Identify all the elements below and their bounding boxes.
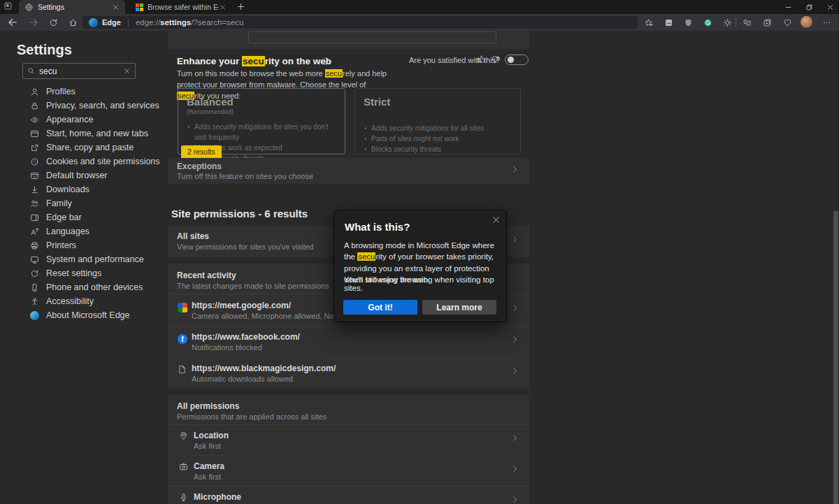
browser-essentials-icon[interactable] bbox=[780, 15, 794, 29]
thumbs-up-icon[interactable] bbox=[477, 55, 486, 64]
refresh-button[interactable] bbox=[46, 16, 60, 29]
sidebar-item-default-browser[interactable]: Default browser bbox=[17, 168, 164, 182]
person-icon bbox=[29, 86, 40, 97]
site-url: https://www.facebook.com/ bbox=[192, 332, 300, 342]
forward-button[interactable] bbox=[27, 16, 41, 29]
vertical-scrollbar[interactable] bbox=[833, 211, 838, 504]
sidebar-item-appearance[interactable]: Appearance bbox=[17, 113, 164, 127]
sidebar-item-languages[interactable]: Languages bbox=[17, 224, 164, 238]
reset-icon bbox=[29, 268, 40, 279]
all-sites-desc: View permissions for sites you've visite… bbox=[177, 243, 314, 251]
search-highlight: secu bbox=[357, 252, 375, 261]
strict-title: Strict bbox=[364, 96, 512, 108]
edge-logo-icon bbox=[89, 18, 98, 27]
sidebar-item-profiles[interactable]: Profiles bbox=[17, 85, 164, 99]
url-text: edge://settings/?search=secu bbox=[136, 18, 243, 27]
gear-icon bbox=[24, 3, 34, 12]
thumbs-down-icon[interactable] bbox=[491, 55, 500, 64]
minimize-button[interactable] bbox=[778, 0, 798, 14]
settings-search-box[interactable] bbox=[22, 63, 136, 79]
got-it-button[interactable]: Got it! bbox=[343, 300, 417, 315]
clear-search-icon[interactable] bbox=[123, 67, 131, 75]
enhance-security-toggle[interactable] bbox=[505, 55, 529, 65]
tab-label: Settings bbox=[38, 3, 112, 11]
extension-flower-icon[interactable] bbox=[720, 15, 734, 29]
page-title: Settings bbox=[17, 42, 72, 58]
enhance-security-title: Enhance your security on the web bbox=[177, 56, 331, 66]
sidebar-item-share-copy-paste[interactable]: Share, copy and paste bbox=[17, 141, 164, 154]
close-dialog-icon[interactable] bbox=[492, 215, 501, 224]
lock-icon bbox=[29, 100, 40, 111]
sidebar-item-cookies-permissions[interactable]: Cookies and site permissions bbox=[17, 154, 164, 168]
permission-name: Microphone bbox=[194, 492, 241, 502]
search-highlight: secu bbox=[242, 56, 265, 66]
chevron-right-icon bbox=[510, 433, 519, 442]
permission-state: Ask first bbox=[194, 473, 221, 481]
browser-window: Settings Browse safer within Edge bbox=[0, 0, 839, 504]
all-permissions-section: All permissions Permissions that are app… bbox=[168, 395, 529, 504]
tab-settings[interactable]: Settings bbox=[19, 0, 125, 14]
permission-row-location[interactable]: Location Ask first bbox=[168, 425, 529, 455]
profile-avatar[interactable] bbox=[801, 16, 812, 28]
sidebar-item-start-home-tabs[interactable]: Start, home, and new tabs bbox=[17, 127, 164, 141]
tab-browse-safer[interactable]: Browse safer within Edge bbox=[130, 0, 232, 14]
window-layout-icon bbox=[29, 128, 40, 139]
cookie-icon bbox=[29, 156, 40, 167]
sidebar-item-system-performance[interactable]: System and performance bbox=[17, 252, 164, 266]
appearance-icon bbox=[29, 114, 40, 125]
balanced-subtitle: (Recommended) bbox=[187, 108, 336, 115]
favorites-icon[interactable] bbox=[740, 15, 754, 29]
monitor-icon bbox=[29, 254, 40, 265]
site-row-blackmagic[interactable]: https://www.blackmagicdesign.com/ Automa… bbox=[168, 358, 529, 389]
close-window-button[interactable] bbox=[820, 0, 839, 14]
permission-row-microphone[interactable]: Microphone Ask first bbox=[168, 487, 529, 504]
browser-check-icon bbox=[29, 170, 40, 181]
edge-logo-icon bbox=[29, 310, 40, 321]
sidebar-item-printers[interactable]: Printers bbox=[17, 238, 164, 252]
site-row-facebook[interactable]: f https://www.facebook.com/ Notification… bbox=[168, 326, 529, 357]
toolbar-divider bbox=[736, 17, 736, 27]
sidebar-item-accessibility[interactable]: Accessibility bbox=[17, 294, 164, 308]
info-icon[interactable] bbox=[322, 57, 331, 66]
new-tab-button[interactable] bbox=[236, 2, 246, 12]
accessibility-icon bbox=[29, 296, 40, 307]
address-bar[interactable]: Edge | edge://settings/?search=secu bbox=[83, 16, 638, 29]
close-tab-icon[interactable] bbox=[219, 3, 227, 11]
permission-name: Camera bbox=[194, 461, 224, 471]
sidebar-item-downloads[interactable]: Downloads bbox=[17, 182, 164, 196]
download-icon bbox=[29, 184, 40, 195]
sidebar-item-privacy[interactable]: Privacy, search, and services bbox=[17, 99, 164, 113]
tab-actions-button[interactable] bbox=[3, 1, 15, 13]
edge-site-chip[interactable]: Edge bbox=[89, 18, 121, 27]
exceptions-row[interactable]: Exceptions Turn off this feature on site… bbox=[168, 158, 529, 184]
all-sites-title: All sites bbox=[177, 231, 209, 241]
back-button[interactable] bbox=[6, 16, 20, 29]
exceptions-title: Exceptions bbox=[177, 161, 222, 171]
strict-bullets: Adds security mitigations for all sites … bbox=[364, 123, 512, 154]
add-favorite-icon[interactable] bbox=[641, 15, 655, 29]
extension-shield-icon[interactable] bbox=[681, 15, 695, 29]
sidebar-item-reset-settings[interactable]: Reset settings bbox=[17, 266, 164, 280]
chip-label: Edge bbox=[102, 18, 121, 27]
permission-row-camera[interactable]: Camera Ask first bbox=[168, 456, 529, 486]
home-button[interactable] bbox=[66, 16, 80, 29]
sidebar-item-phone-devices[interactable]: Phone and other devices bbox=[17, 280, 164, 294]
search-input[interactable] bbox=[39, 66, 123, 76]
extension-picture-icon[interactable] bbox=[661, 15, 675, 29]
collections-icon[interactable] bbox=[760, 15, 774, 29]
extension-grammarly-icon[interactable] bbox=[701, 15, 715, 29]
settings-more-icon[interactable] bbox=[819, 15, 833, 29]
restore-button[interactable] bbox=[799, 0, 819, 14]
close-tab-icon[interactable] bbox=[112, 3, 120, 11]
truncated-section bbox=[168, 31, 529, 49]
learn-more-button[interactable]: Learn more bbox=[422, 300, 496, 315]
strict-mode-card[interactable]: Strict Adds security mitigations for all… bbox=[354, 88, 521, 154]
balanced-mode-card[interactable]: Balanced (Recommended) Adds security mit… bbox=[178, 88, 345, 154]
site-url: https://www.blackmagicdesign.com/ bbox=[192, 363, 336, 373]
chevron-right-icon bbox=[510, 303, 519, 312]
sidebar-item-edge-bar[interactable]: Edge bar bbox=[17, 210, 164, 224]
site-url: https://meet.google.com/ bbox=[192, 301, 291, 310]
sidebar-item-about-edge[interactable]: About Microsoft Edge bbox=[17, 308, 164, 322]
sidebar-item-family[interactable]: Family bbox=[17, 196, 164, 210]
recent-activity-title: Recent activity bbox=[177, 271, 236, 280]
